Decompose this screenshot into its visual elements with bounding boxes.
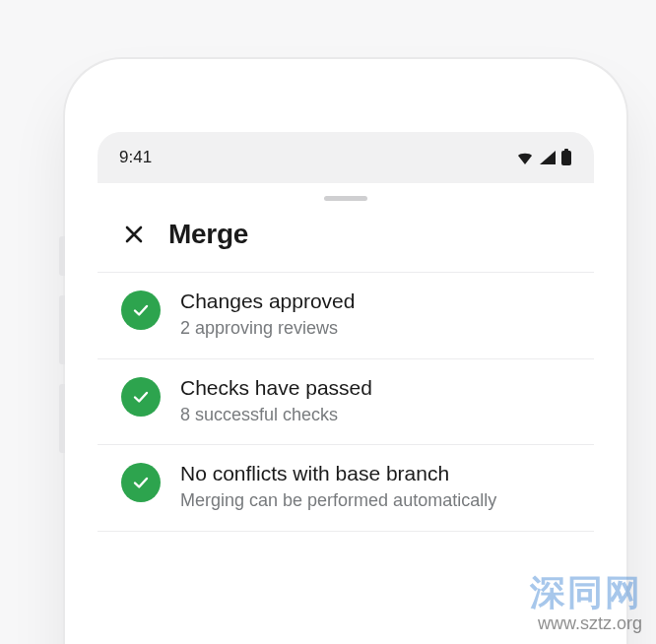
svg-rect-1 <box>564 149 568 152</box>
sheet-header: Merge <box>98 219 594 272</box>
list-item-text: Changes approved 2 approving reviews <box>180 289 570 341</box>
status-bar: 9:41 <box>98 132 594 183</box>
list-item[interactable]: No conflicts with base branch Merging ca… <box>98 444 594 532</box>
list-item-title: Changes approved <box>180 289 570 314</box>
check-icon <box>131 387 151 407</box>
close-button[interactable] <box>121 222 147 247</box>
list-item-subtitle: 8 successful checks <box>180 403 570 426</box>
wifi-icon <box>515 150 535 165</box>
phone-side-button <box>59 236 65 276</box>
list-item-subtitle: Merging can be performed automatically <box>180 488 570 512</box>
drag-handle[interactable] <box>324 196 367 201</box>
check-icon <box>131 473 151 492</box>
list-item-title: No conflicts with base branch <box>180 461 570 486</box>
list-item-subtitle: 2 approving reviews <box>180 316 570 340</box>
phone-screen: 9:41 Merge Changes approved 2 approv <box>98 132 594 644</box>
sheet-title: Merge <box>168 219 248 250</box>
success-badge <box>121 290 161 330</box>
list-item[interactable]: Checks have passed 8 successful checks <box>98 358 594 445</box>
phone-side-button <box>59 295 65 364</box>
close-icon <box>123 224 145 245</box>
list-item-title: Checks have passed <box>180 375 570 401</box>
list-item-text: Checks have passed 8 successful checks <box>180 375 570 427</box>
list-item-text: No conflicts with base branch Merging ca… <box>180 461 570 513</box>
svg-rect-0 <box>561 151 571 165</box>
status-time: 9:41 <box>119 148 152 167</box>
signal-icon <box>539 150 557 165</box>
phone-mockup: 9:41 Merge Changes approved 2 approv <box>65 59 626 644</box>
battery-icon <box>560 149 572 166</box>
list-item[interactable]: Changes approved 2 approving reviews <box>98 272 594 358</box>
status-icons <box>515 149 572 166</box>
status-list: Changes approved 2 approving reviews Che… <box>98 272 594 532</box>
success-badge <box>121 463 161 502</box>
success-badge <box>121 377 161 417</box>
check-icon <box>131 300 151 320</box>
phone-side-button <box>59 384 65 453</box>
